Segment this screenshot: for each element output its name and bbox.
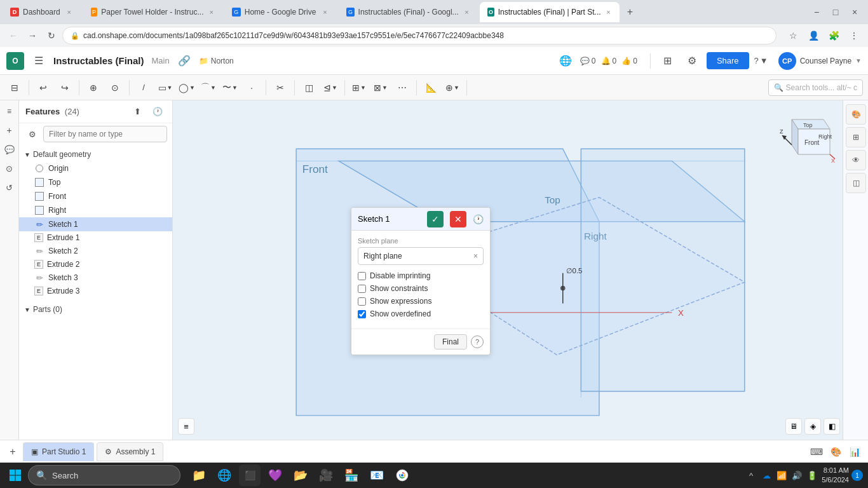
checkbox-show-constraints[interactable]: Show constraints xyxy=(358,284,484,293)
feature-item-sketch2[interactable]: ✏ Sketch 2 xyxy=(19,244,172,258)
feature-item-front[interactable]: Front xyxy=(19,189,172,203)
maximize-button[interactable]: □ xyxy=(827,4,844,20)
notify-history[interactable]: 🔔 0 xyxy=(601,57,617,65)
icon-bar-features-btn[interactable]: ≡ xyxy=(1,103,18,119)
toolbar-spline-dropdown[interactable]: 〜▼ xyxy=(220,78,240,97)
taskbar-app-mail[interactable]: 📧 xyxy=(366,464,388,486)
taskbar-battery-icon[interactable]: 🔋 xyxy=(805,468,819,482)
feature-item-extrude1[interactable]: E Extrude 1 xyxy=(19,231,172,244)
icon-bar-add-btn[interactable]: + xyxy=(1,122,18,139)
settings-button[interactable]: ⚙ xyxy=(682,51,702,71)
toolbar-circle-dropdown[interactable]: ◯▼ xyxy=(177,78,196,97)
toolbar-dimension-button[interactable]: ◫ xyxy=(299,78,318,97)
panel-filter-icon[interactable]: ⚙ xyxy=(24,126,41,142)
globe-icon[interactable]: 🌐 xyxy=(556,51,575,71)
hamburger-menu-button[interactable]: ☰ xyxy=(29,51,48,71)
icon-bar-relation-btn[interactable]: ⊙ xyxy=(1,160,18,177)
extensions-icon[interactable]: 🧩 xyxy=(825,27,843,44)
back-button[interactable]: ← xyxy=(5,27,22,44)
checkbox-show-expressions[interactable]: Show expressions xyxy=(358,297,484,306)
notify-likes[interactable]: 👍 0 xyxy=(621,57,637,65)
taskbar-app-chrome[interactable] xyxy=(391,464,413,486)
toolbar-undo-button[interactable]: ↩ xyxy=(34,78,53,97)
feature-item-right[interactable]: Right xyxy=(19,203,172,217)
tab-close-4[interactable]: × xyxy=(463,7,471,17)
user-menu[interactable]: CP Counsel Payne ▼ xyxy=(778,52,862,70)
taskbar-app-teams[interactable]: 💜 xyxy=(264,464,286,486)
toolbar-side-panel-button[interactable]: ⊟ xyxy=(5,78,24,97)
tab-instructables-docs[interactable]: G Instructables (Final) - Googl... × xyxy=(339,2,478,22)
sketch-dialog-cancel-button[interactable]: ✕ xyxy=(450,211,466,227)
new-tab-button[interactable]: + xyxy=(621,3,639,21)
bottom-paint-icon[interactable]: 🎨 xyxy=(827,444,844,460)
checkbox-show-expressions-input[interactable] xyxy=(358,297,366,306)
icon-bar-history-btn[interactable]: ↺ xyxy=(1,179,18,196)
toolbar-line-button[interactable]: / xyxy=(134,78,153,97)
default-geometry-header[interactable]: ▼ Default geometry xyxy=(19,147,172,161)
sketch-plane-select[interactable]: Right plane × xyxy=(358,247,484,265)
profile-icon[interactable]: 👤 xyxy=(804,27,822,44)
panel-upload-icon[interactable]: ⬆ xyxy=(129,104,146,120)
toolbar-mirror-button[interactable]: ⊙ xyxy=(105,78,125,97)
feature-item-extrude2[interactable]: E Extrude 2 xyxy=(19,258,172,271)
taskbar-start-button[interactable] xyxy=(5,465,25,485)
checkbox-show-overdefined[interactable]: Show overdefined xyxy=(358,309,484,318)
notification-badge[interactable]: 1 xyxy=(851,470,863,481)
viewport-section-icon[interactable]: ◧ xyxy=(824,418,840,435)
toolbar-constrain-dropdown[interactable]: ⊴▼ xyxy=(321,78,340,97)
sketch-dialog-confirm-button[interactable]: ✓ xyxy=(427,211,444,227)
sketch-final-button[interactable]: Final xyxy=(434,334,467,349)
tab-dashboard[interactable]: D Dashboard × xyxy=(3,2,82,22)
share-button[interactable]: Share xyxy=(707,52,749,69)
panel-clock-icon[interactable]: 🕐 xyxy=(149,104,166,120)
icon-bar-comment-btn[interactable]: 💬 xyxy=(1,141,18,158)
tab-close-2[interactable]: × xyxy=(208,7,215,17)
tab-paper-towel[interactable]: P Paper Towel Holder - Instruc... × xyxy=(83,2,223,22)
address-bar[interactable]: 🔒 cad.onshape.com/documents/1a098baf265c… xyxy=(62,27,776,44)
toolbar-measure-button[interactable]: 📐 xyxy=(421,78,440,97)
right-tb-view-btn[interactable]: 👁 xyxy=(846,150,866,170)
viewport-list-icon[interactable]: ≡ xyxy=(178,418,194,435)
taskbar-app-explorer2[interactable]: 📂 xyxy=(290,464,311,486)
checkbox-show-overdefined-input[interactable] xyxy=(358,310,366,318)
toolbar-transform-dropdown[interactable]: ⊠▼ xyxy=(371,78,390,97)
orientation-cube[interactable]: Top Front Right Z X xyxy=(779,107,836,164)
viewport-bottom-icon[interactable]: ≡ xyxy=(178,418,194,435)
toolbar-trim-button[interactable]: ✂ xyxy=(271,78,290,97)
parts-group-header[interactable]: ▼ Parts (0) xyxy=(19,302,172,316)
feature-item-top[interactable]: Top xyxy=(19,175,172,189)
checkbox-disable-imprinting-input[interactable] xyxy=(358,272,366,280)
right-tb-appearance-btn[interactable]: 🎨 xyxy=(846,104,866,125)
sketch-help-button[interactable]: ? xyxy=(471,336,484,348)
right-tb-section-btn[interactable]: ◫ xyxy=(846,173,866,193)
bookmark-star-icon[interactable]: ☆ xyxy=(784,27,802,44)
sketch-dialog-clock-icon[interactable]: 🕐 xyxy=(473,214,484,224)
window-close-button[interactable]: × xyxy=(846,4,863,20)
tab-instructables-cad[interactable]: O Instructables (Final) | Part St... × xyxy=(480,2,620,22)
bottom-tab-part-studio[interactable]: ▣ Part Studio 1 xyxy=(23,442,94,461)
taskbar-app-file-explorer[interactable]: 📁 xyxy=(188,464,210,486)
taskbar-wifi-icon[interactable]: 📶 xyxy=(775,468,789,482)
forward-button[interactable]: → xyxy=(24,27,41,44)
feature-item-origin[interactable]: Origin xyxy=(19,161,172,175)
taskbar-app-terminal[interactable]: ⬛ xyxy=(239,464,261,486)
toolbar-extra-dropdown[interactable]: ⊕▼ xyxy=(443,78,462,97)
browser-menu-icon[interactable]: ⋮ xyxy=(845,27,863,44)
folder-badge[interactable]: 📁 Norton xyxy=(199,57,234,65)
toolbar-pattern-dropdown[interactable]: ⊞▼ xyxy=(349,78,369,97)
feature-item-sketch3[interactable]: ✏ Sketch 3 xyxy=(19,271,172,285)
taskbar-up-arrow-icon[interactable]: ^ xyxy=(744,468,758,482)
onshape-logo[interactable]: O xyxy=(6,52,24,70)
toolbar-copy-button[interactable]: ⊕ xyxy=(84,78,103,97)
tab-close-5[interactable]: × xyxy=(605,7,613,17)
tab-google-drive[interactable]: G Home - Google Drive × xyxy=(224,2,338,22)
right-tb-grid-btn[interactable]: ⊞ xyxy=(846,127,866,147)
taskbar-volume-icon[interactable]: 🔊 xyxy=(790,468,804,482)
bottom-key-icon[interactable]: ⌨ xyxy=(808,444,825,460)
checkbox-disable-imprinting[interactable]: Disable imprinting xyxy=(358,271,484,280)
viewport-render-icon[interactable]: ◈ xyxy=(804,418,821,435)
taskbar-app-meet[interactable]: 🎥 xyxy=(315,464,337,486)
grid-view-button[interactable]: ⊞ xyxy=(658,51,677,71)
minimize-button[interactable]: − xyxy=(808,4,825,20)
taskbar-search-bar[interactable]: 🔍 Search xyxy=(28,465,180,485)
